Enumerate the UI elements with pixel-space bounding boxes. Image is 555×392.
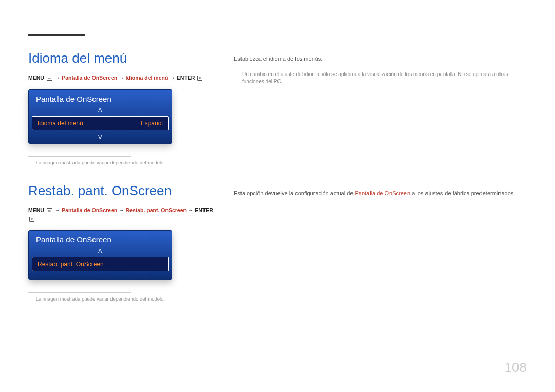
osd-padding bbox=[29, 274, 172, 279]
dash-icon bbox=[234, 74, 239, 74]
right-column: Esta opción devuelve la configuración ac… bbox=[216, 183, 527, 206]
right-column: Establezca el idioma de los menús. Un ca… bbox=[216, 50, 527, 85]
breadcrumb: MENU m → Pantalla de OnScreen → Restab. … bbox=[28, 206, 216, 223]
breadcrumb-prefix: MENU bbox=[28, 74, 44, 81]
right-description: Establezca el idioma de los menús. bbox=[234, 55, 527, 62]
breadcrumb-part-1: Pantalla de OnScreen bbox=[62, 74, 117, 81]
footnote-rule bbox=[28, 156, 131, 157]
footnote-rule bbox=[28, 292, 131, 293]
footnote-text: La imagen mostrada puede variar dependie… bbox=[28, 296, 216, 302]
header-rule-accent bbox=[28, 34, 85, 36]
right-note: Un cambio en el ajuste del idioma sólo s… bbox=[234, 71, 527, 85]
chevron-up-icon: ᐱ bbox=[29, 106, 172, 116]
section-title: Restab. pant. OnScreen bbox=[28, 183, 216, 199]
document-page: Idioma del menú MENU m → Pantalla de OnS… bbox=[0, 0, 555, 392]
osd-item-selected[interactable]: Restab. pant. OnScreen bbox=[32, 257, 169, 271]
osd-item-label: Idioma del menú bbox=[38, 120, 83, 127]
osd-panel: Pantalla de OnScreen ᐱ Restab. pant. OnS… bbox=[28, 230, 172, 280]
left-column: Idioma del menú MENU m → Pantalla de OnS… bbox=[28, 50, 216, 165]
enter-icon: E bbox=[197, 76, 202, 81]
osd-item-selected[interactable]: Idioma del menú Español bbox=[32, 116, 169, 130]
footnote-label: La imagen mostrada puede variar dependie… bbox=[36, 296, 165, 302]
breadcrumb-part-2: Idioma del menú bbox=[126, 74, 169, 81]
desc-before: Esta opción devuelve la configuración ac… bbox=[234, 190, 355, 196]
osd-header: Pantalla de OnScreen bbox=[29, 231, 172, 247]
dash-icon bbox=[28, 298, 32, 298]
page-number: 108 bbox=[505, 360, 527, 376]
section-idioma: Idioma del menú MENU m → Pantalla de OnS… bbox=[28, 50, 527, 165]
menu-icon: m bbox=[47, 76, 52, 81]
enter-icon: E bbox=[29, 217, 34, 222]
breadcrumb-part-1: Pantalla de OnScreen bbox=[62, 207, 117, 213]
osd-item-value: Español bbox=[141, 120, 163, 127]
menu-icon: m bbox=[47, 208, 52, 213]
chevron-down-icon: ᐯ bbox=[29, 134, 172, 143]
breadcrumb-suffix: ENTER bbox=[195, 207, 213, 213]
section-title: Idioma del menú bbox=[28, 50, 216, 66]
dash-icon bbox=[28, 162, 32, 162]
breadcrumb-prefix: MENU bbox=[28, 207, 44, 213]
chevron-up-icon: ᐱ bbox=[29, 247, 172, 257]
footnote-text: La imagen mostrada puede variar dependie… bbox=[28, 160, 216, 165]
left-column: Restab. pant. OnScreen MENU m → Pantalla… bbox=[28, 183, 216, 302]
breadcrumb: MENU m → Pantalla de OnScreen → Idioma d… bbox=[28, 73, 216, 82]
section-restab: Restab. pant. OnScreen MENU m → Pantalla… bbox=[28, 183, 527, 302]
desc-highlight: Pantalla de OnScreen bbox=[355, 190, 410, 196]
osd-item-label: Restab. pant. OnScreen bbox=[38, 260, 104, 268]
right-note-text: Un cambio en el ajuste del idioma sólo s… bbox=[242, 71, 527, 85]
header-rule bbox=[28, 36, 527, 36]
osd-header: Pantalla de OnScreen bbox=[29, 90, 172, 106]
right-description: Esta opción devuelve la configuración ac… bbox=[234, 190, 527, 196]
desc-after: a los ajustes de fábrica predeterminados… bbox=[410, 190, 515, 196]
osd-panel: Pantalla de OnScreen ᐱ Idioma del menú E… bbox=[28, 89, 172, 144]
footnote-label: La imagen mostrada puede variar dependie… bbox=[36, 160, 165, 165]
breadcrumb-part-2: Restab. pant. OnScreen bbox=[126, 207, 187, 213]
breadcrumb-suffix: ENTER bbox=[177, 74, 195, 81]
